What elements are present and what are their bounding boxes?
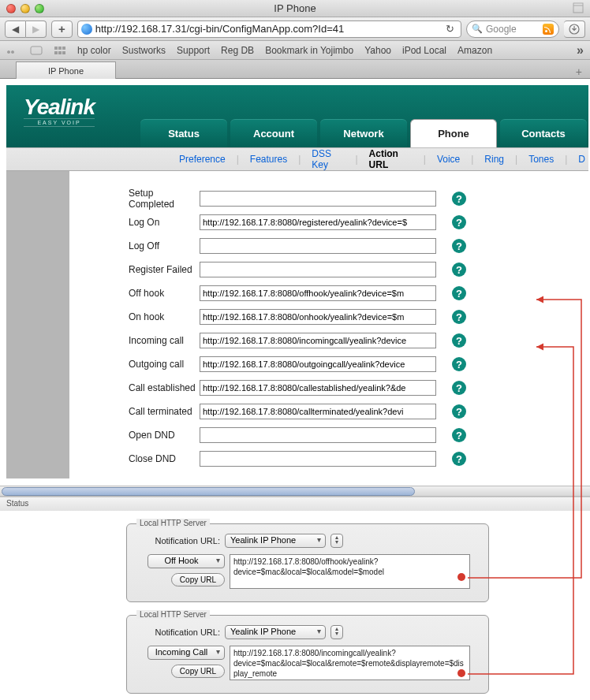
field-label: Register Failed [69, 264, 200, 275]
help-icon[interactable]: ? [452, 215, 466, 229]
topsites-icon[interactable] [54, 46, 66, 55]
subtab-voice[interactable]: Voice [434, 154, 463, 165]
field-label: Outgoing call [69, 359, 200, 370]
help-icon[interactable]: ? [452, 262, 466, 277]
page-header: Yealink EASY VOIP Status Account Network… [6, 85, 588, 147]
subtab-features[interactable]: Features [247, 154, 290, 165]
minimize-window-button[interactable] [21, 4, 30, 13]
log-on-input[interactable] [200, 214, 436, 230]
scrollbar-thumb[interactable] [2, 487, 415, 496]
logo-text: Yealink [24, 95, 95, 120]
main-tab-account[interactable]: Account [230, 119, 317, 147]
back-button[interactable]: ◀ [5, 20, 26, 38]
call-established-input[interactable] [200, 380, 436, 396]
svg-rect-8 [58, 51, 62, 54]
subtab-more[interactable]: D [575, 154, 588, 165]
register-failed-input[interactable] [200, 262, 436, 277]
address-bar[interactable]: http://192.168.17.31/cgi-bin/ConfigManAp… [77, 20, 461, 38]
notification-stepper[interactable] [330, 534, 343, 548]
site-icon [81, 24, 92, 35]
field-label: On hook [69, 311, 200, 322]
notification-stepper[interactable] [330, 625, 343, 639]
bookmark-item[interactable]: Sustworks [122, 45, 166, 56]
reload-button[interactable]: ↻ [442, 23, 457, 35]
event-type-select[interactable]: Off Hook [148, 554, 225, 568]
new-tab-button[interactable]: + [568, 65, 590, 78]
form-row: Call established? [69, 376, 588, 400]
bookmark-item[interactable]: Reg DB [221, 45, 254, 56]
main-tab-status[interactable]: Status [140, 119, 227, 147]
incoming-call-input[interactable] [200, 333, 436, 348]
help-icon[interactable]: ? [452, 333, 466, 348]
help-icon[interactable]: ? [452, 381, 466, 395]
copy-url-button[interactable]: Copy URL [171, 665, 225, 678]
logo: Yealink EASY VOIP [24, 95, 95, 127]
sub-tabs: Preference| Features| DSS Key| Action UR… [6, 147, 588, 171]
rss-icon[interactable] [543, 24, 554, 35]
help-icon[interactable]: ? [452, 239, 466, 253]
help-icon[interactable]: ? [452, 452, 466, 466]
url-text: http://192.168.17.31/cgi-bin/ConfigManAp… [95, 23, 439, 35]
bookmarks-bar: hp color Sustworks Support Reg DB Bookma… [0, 41, 590, 60]
browser-tab[interactable]: IP Phone [16, 61, 116, 79]
main-tab-network[interactable]: Network [320, 119, 407, 147]
window-title: IP Phone [0, 2, 590, 14]
field-label: Log Off [69, 240, 200, 251]
form-row: Register Failed? [69, 258, 588, 281]
copy-url-button[interactable]: Copy URL [171, 573, 225, 586]
field-label: Incoming call [69, 335, 200, 346]
help-icon[interactable]: ? [452, 404, 466, 419]
url-textarea[interactable] [230, 554, 470, 589]
close-window-button[interactable] [6, 4, 16, 13]
form-row: Log Off? [69, 234, 588, 258]
call-terminated-input[interactable] [200, 404, 436, 419]
notification-device-select[interactable]: Yealink IP Phone [225, 625, 326, 639]
form-row: On hook? [69, 305, 588, 329]
open-dnd-input[interactable] [200, 427, 436, 443]
help-icon[interactable]: ? [452, 192, 466, 206]
event-type-select[interactable]: Incoming Call [148, 646, 225, 660]
subtab-preference[interactable]: Preference [176, 154, 229, 165]
main-tab-contacts[interactable]: Contacts [500, 119, 587, 147]
bookmark-item[interactable]: Support [177, 45, 210, 56]
help-icon[interactable]: ? [452, 310, 466, 324]
outgoing-call-input[interactable] [200, 356, 436, 372]
subtab-ring[interactable]: Ring [481, 154, 507, 165]
field-label: Close DND [69, 453, 200, 464]
notification-device-select[interactable]: Yealink IP Phone [225, 534, 326, 548]
add-bookmark-button[interactable]: + [51, 20, 73, 38]
search-icon: 🔍 [472, 24, 483, 34]
subtab-tones[interactable]: Tones [525, 154, 557, 165]
reading-list-icon[interactable] [6, 46, 19, 55]
close-dnd-input[interactable] [200, 451, 436, 467]
bookmark-item[interactable]: Yahoo [364, 45, 391, 56]
form-row: Incoming call? [69, 329, 588, 352]
annotation-dot-icon [457, 669, 465, 677]
bookmark-item[interactable]: Amazon [457, 45, 492, 56]
log-off-input[interactable] [200, 238, 436, 254]
svg-rect-5 [58, 47, 62, 50]
off-hook-input[interactable] [200, 285, 436, 301]
zoom-window-button[interactable] [35, 4, 44, 13]
url-textarea[interactable] [230, 646, 470, 680]
downloads-button[interactable] [564, 20, 585, 38]
toolbar-toggle-icon[interactable] [573, 2, 584, 13]
setup-completed-input[interactable] [200, 191, 436, 207]
on-hook-input[interactable] [200, 309, 436, 325]
main-tab-phone[interactable]: Phone [410, 119, 497, 147]
bookmarks-overflow-button[interactable]: » [577, 43, 584, 58]
subtab-actionurl[interactable]: Action URL [366, 148, 416, 170]
help-icon[interactable]: ? [452, 286, 466, 300]
forward-button[interactable]: ▶ [26, 20, 47, 38]
help-icon[interactable]: ? [452, 428, 466, 442]
form-row: Setup Completed? [69, 187, 588, 210]
browser-tabbar: IP Phone + [0, 60, 590, 79]
horizontal-scrollbar[interactable] [0, 486, 590, 497]
bookmarks-icon[interactable] [30, 46, 43, 55]
bookmark-item[interactable]: Bookmark in Yojimbo [265, 45, 353, 56]
bookmark-item[interactable]: hp color [77, 45, 111, 56]
help-icon[interactable]: ? [452, 357, 466, 371]
search-field[interactable]: 🔍 Google [466, 20, 559, 38]
bookmark-item[interactable]: iPod Local [402, 45, 446, 56]
subtab-dsskey[interactable]: DSS Key [308, 148, 347, 170]
